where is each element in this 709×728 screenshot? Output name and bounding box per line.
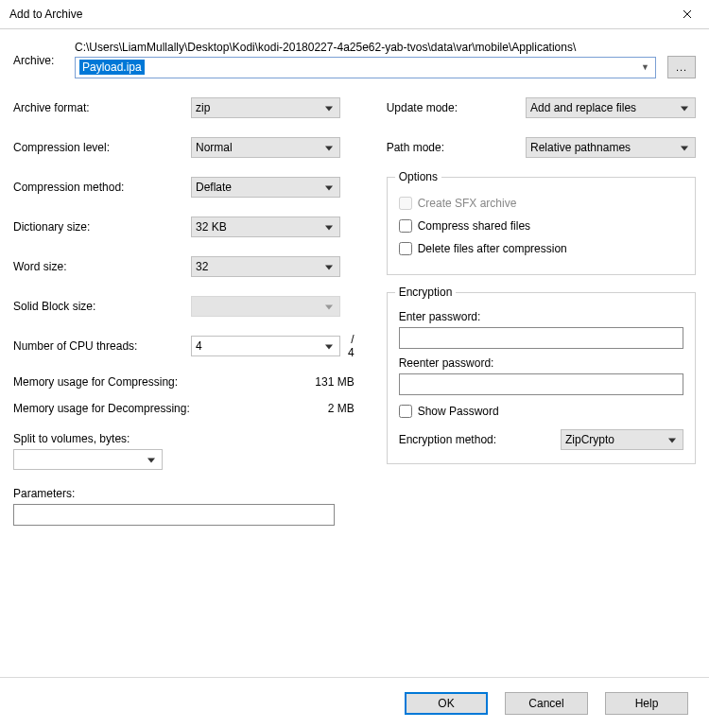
cpu-threads-select[interactable]: 4 [191,336,340,356]
cpu-threads-total: / 4 [348,333,358,359]
archive-filename-text: Payload.ipa [79,60,145,75]
encryption-legend: Encryption [395,286,457,299]
archive-format-label: Archive format: [13,101,191,114]
dictionary-size-select[interactable]: 32 KB [191,217,340,237]
compress-shared-checkbox[interactable] [399,219,412,233]
path-mode-select[interactable]: Relative pathnames [526,137,696,158]
compression-method-label: Compression method: [13,181,191,194]
cpu-threads-label: Number of CPU threads: [13,339,191,353]
solid-block-size-select [191,296,340,317]
compression-level-select[interactable]: Normal [191,137,340,158]
close-button[interactable] [666,0,709,29]
window-title: Add to Archive [9,8,82,21]
archive-row: Archive: C:\Users\LiamMullally\Desktop\K… [13,41,696,78]
archive-path: C:\Users\LiamMullally\Desktop\Kodi\kodi-… [75,41,696,54]
encryption-method-select[interactable]: ZipCrypto [561,429,683,450]
compress-shared-label: Compress shared files [418,219,530,233]
archive-filename-input[interactable]: Payload.ipa ▼ [75,57,656,78]
update-mode-label: Update mode: [387,101,500,114]
titlebar: Add to Archive [0,0,709,29]
right-column: Update mode: Add and replace files Path … [387,97,696,545]
split-volumes-label: Split to volumes, bytes: [13,432,358,445]
dialog-body: Archive: C:\Users\LiamMullally\Desktop\K… [0,29,709,545]
update-mode-select[interactable]: Add and replace files [526,97,696,118]
show-password-checkbox[interactable] [399,405,412,418]
options-fieldset: Options Create SFX archive Compress shar… [387,177,696,275]
path-mode-label: Path mode: [387,141,500,154]
footer: OK Cancel Help [0,677,709,728]
enter-password-label: Enter password: [399,310,683,323]
create-sfx-label: Create SFX archive [418,197,517,210]
memory-decompress-label: Memory usage for Decompressing: [13,402,190,415]
create-sfx-checkbox [399,197,412,210]
word-size-label: Word size: [13,260,191,273]
browse-button[interactable]: ... [667,56,696,78]
close-icon [683,9,692,19]
encryption-method-label: Encryption method: [399,433,496,446]
ok-button[interactable]: OK [405,692,488,715]
parameters-label: Parameters: [13,487,358,500]
archive-label: Archive: [13,41,75,67]
encryption-fieldset: Encryption Enter password: Reenter passw… [387,292,696,464]
delete-after-checkbox[interactable] [399,242,412,255]
parameters-input[interactable] [13,504,335,526]
cancel-button[interactable]: Cancel [505,692,588,715]
reenter-password-input[interactable] [399,373,683,395]
options-legend: Options [395,170,441,183]
memory-compress-label: Memory usage for Compressing: [13,375,178,389]
delete-after-label: Delete files after compression [418,242,567,255]
enter-password-input[interactable] [399,327,683,349]
split-volumes-select[interactable] [13,449,163,470]
compression-level-label: Compression level: [13,141,191,154]
dictionary-size-label: Dictionary size: [13,220,191,234]
solid-block-size-label: Solid Block size: [13,300,191,313]
memory-decompress-value: 2 MB [328,402,354,415]
show-password-label: Show Password [418,405,499,418]
compression-method-select[interactable]: Deflate [191,177,340,198]
word-size-select[interactable]: 32 [191,256,340,277]
chevron-down-icon: ▼ [641,62,649,72]
help-button[interactable]: Help [605,692,688,715]
memory-compress-value: 131 MB [315,375,354,389]
archive-format-select[interactable]: zip [191,97,340,118]
reenter-password-label: Reenter password: [399,356,683,370]
left-column: Archive format: zip Compression level: N… [13,97,358,545]
